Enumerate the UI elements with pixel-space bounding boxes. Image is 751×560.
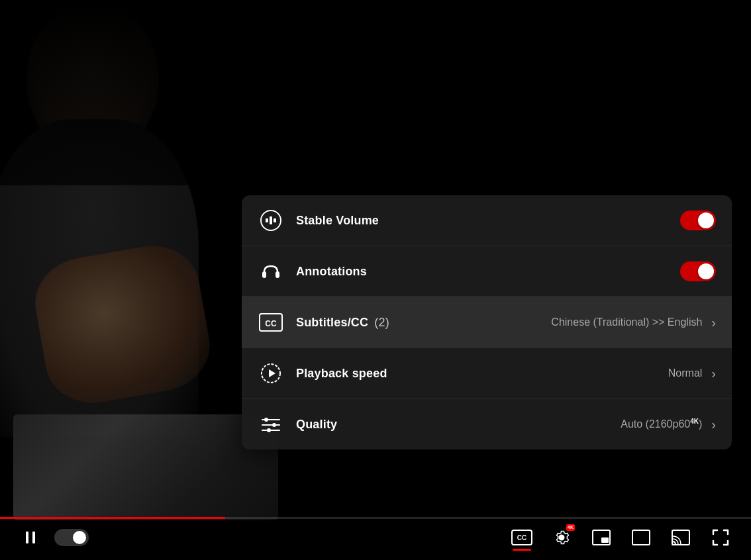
subtitles-label: Subtitles/CC (2) xyxy=(296,316,551,330)
annotations-row[interactable]: Annotations xyxy=(242,246,732,297)
svg-rect-21 xyxy=(601,537,609,543)
playback-speed-label: Playback speed xyxy=(296,367,668,381)
cast-button[interactable] xyxy=(664,520,698,555)
miniplayer-button[interactable] xyxy=(584,520,619,555)
svg-rect-17 xyxy=(32,532,35,543)
subtitles-arrow: › xyxy=(711,315,716,330)
controls-bar: CC 4K xyxy=(0,515,751,560)
subtitles-icon: CC xyxy=(258,309,284,336)
svg-point-15 xyxy=(267,428,271,432)
settings-panel: Stable Volume Annotations xyxy=(242,195,732,449)
svg-rect-4 xyxy=(262,271,266,278)
annotations-icon xyxy=(258,258,284,285)
quality-arrow: › xyxy=(711,417,716,432)
svg-text:CC: CC xyxy=(517,534,526,541)
stable-volume-icon xyxy=(258,207,284,234)
svg-rect-1 xyxy=(266,218,268,222)
subtitles-value: Chinese (Traditional) >> English xyxy=(551,316,702,328)
svg-rect-23 xyxy=(634,532,648,543)
svg-text:CC: CC xyxy=(265,319,277,328)
svg-marker-9 xyxy=(269,369,275,377)
fullscreen-button[interactable] xyxy=(703,520,738,555)
subtitles-row[interactable]: CC Subtitles/CC (2) Chinese (Traditional… xyxy=(242,297,732,348)
quality-value: Auto (2160p604K) xyxy=(621,418,702,430)
svg-rect-22 xyxy=(632,530,650,545)
pause-button[interactable] xyxy=(13,520,48,555)
settings-button[interactable]: 4K xyxy=(544,520,579,555)
annotations-label: Annotations xyxy=(296,265,680,279)
quality-icon xyxy=(258,411,284,438)
svg-point-13 xyxy=(272,423,276,427)
pause-toggle[interactable] xyxy=(54,529,89,546)
theater-button[interactable] xyxy=(624,520,658,555)
stable-volume-row[interactable]: Stable Volume xyxy=(242,195,732,246)
svg-point-11 xyxy=(264,418,268,422)
svg-rect-2 xyxy=(270,216,272,224)
svg-rect-3 xyxy=(274,218,276,222)
svg-rect-16 xyxy=(26,532,28,543)
playback-speed-arrow: › xyxy=(711,366,716,381)
annotations-toggle[interactable] xyxy=(680,261,716,281)
playback-speed-row[interactable]: Playback speed Normal › xyxy=(242,348,732,398)
pause-area xyxy=(13,520,89,555)
playback-speed-value: Normal xyxy=(668,367,703,379)
quality-row[interactable]: Quality Auto (2160p604K) › xyxy=(242,398,732,449)
playback-speed-icon xyxy=(258,360,284,387)
stable-volume-toggle[interactable] xyxy=(680,210,716,230)
stable-volume-label: Stable Volume xyxy=(296,214,680,228)
4k-badge: 4K xyxy=(566,524,575,531)
quality-label: Quality xyxy=(296,418,621,432)
cc-button[interactable]: CC xyxy=(505,520,539,555)
svg-rect-5 xyxy=(275,271,279,278)
